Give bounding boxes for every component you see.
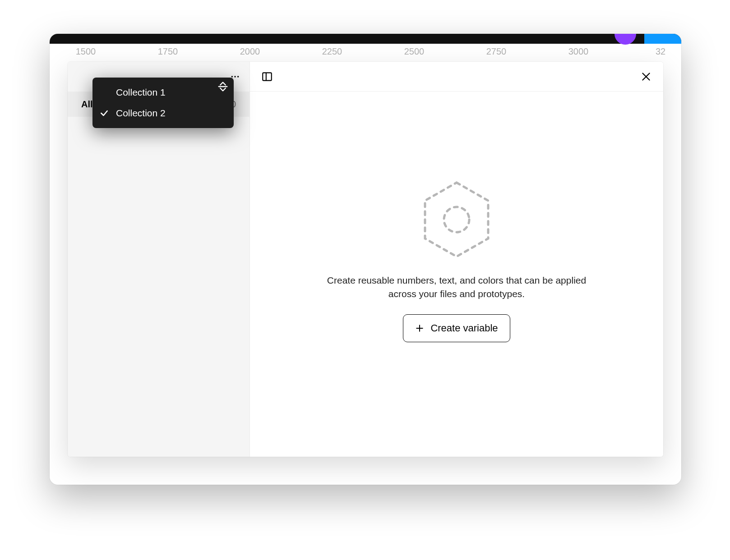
svg-point-3	[237, 76, 239, 77]
ruler-tick: 2000	[240, 46, 260, 57]
close-icon	[640, 71, 652, 83]
user-avatar[interactable]	[614, 34, 636, 45]
create-variable-button[interactable]: Create variable	[403, 314, 510, 342]
window-titlebar	[50, 34, 681, 44]
collection-dropdown-item[interactable]: Collection 2	[92, 103, 234, 124]
empty-state: Create reusable numbers, text, and color…	[250, 92, 663, 457]
svg-marker-8	[425, 183, 488, 257]
ruler-tick: 32	[656, 46, 665, 57]
ruler-tick: 2250	[322, 46, 342, 57]
toggle-sidebar-button[interactable]	[259, 69, 275, 85]
ruler-tick: 1750	[158, 46, 178, 57]
svg-point-9	[444, 207, 469, 232]
horizontal-ruler: 150017502000225025002750300032	[50, 44, 681, 60]
ruler-tick: 1500	[76, 46, 96, 57]
collection-dropdown[interactable]: Collection 1Collection 2	[92, 78, 234, 128]
svg-point-2	[234, 76, 236, 77]
close-panel-button[interactable]	[638, 69, 654, 85]
main-header	[250, 62, 663, 92]
ruler-tick: 2500	[404, 46, 425, 57]
svg-point-1	[231, 76, 233, 77]
svg-rect-4	[263, 73, 272, 80]
check-icon	[99, 108, 110, 119]
app-window: 150017502000225025002750300032 Collectio…	[50, 34, 681, 485]
reorder-icon[interactable]	[217, 80, 229, 93]
variables-main: Create reusable numbers, text, and color…	[250, 62, 663, 457]
panel-left-icon	[261, 71, 273, 83]
ruler-tick: 3000	[568, 46, 589, 57]
empty-state-illustration-icon	[420, 179, 493, 260]
create-variable-button-label: Create variable	[430, 322, 498, 334]
collection-dropdown-item[interactable]: Collection 1	[92, 82, 234, 103]
collection-dropdown-item-label: Collection 1	[116, 87, 166, 98]
collection-dropdown-item-label: Collection 2	[116, 108, 166, 119]
empty-state-text: Create reusable numbers, text, and color…	[317, 274, 596, 301]
ruler-tick: 2750	[486, 46, 507, 57]
plus-icon	[415, 324, 424, 333]
check-icon	[99, 87, 110, 98]
variables-panel: Collection 1Collection 2 All variables 0	[68, 62, 663, 457]
share-button[interactable]	[644, 34, 681, 45]
